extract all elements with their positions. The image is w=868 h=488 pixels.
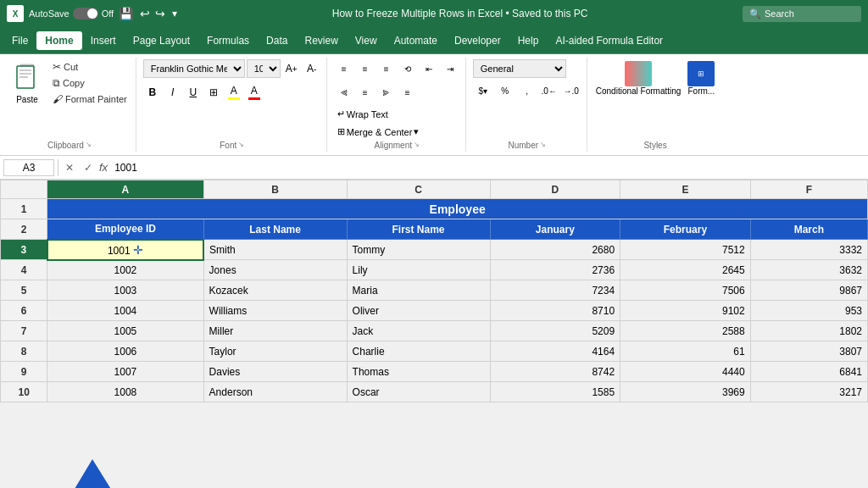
cell-f7[interactable]: 1802 [750,321,867,341]
increase-decimal-button[interactable]: →.0 [561,81,581,100]
bold-button[interactable]: B [143,83,162,102]
cell-e4[interactable]: 2645 [620,260,751,280]
cell-e10[interactable]: 3969 [620,382,751,402]
cancel-formula-icon[interactable]: ✕ [62,160,77,175]
menu-automate[interactable]: Automate [386,31,446,50]
menu-view[interactable]: View [347,31,386,50]
number-format-select[interactable]: General [473,59,566,78]
cell-a3[interactable]: 1001 ✛ [47,240,203,260]
font-decrease-button[interactable]: A- [303,59,321,78]
january-header[interactable]: January [490,219,620,240]
underline-button[interactable]: U [184,83,203,102]
cell-reference-input[interactable]: A3 [3,159,54,176]
row-header-5[interactable]: 5 [1,280,47,301]
cell-c7[interactable]: Jack [347,321,490,341]
menu-data[interactable]: Data [258,31,296,50]
menu-ai-formula[interactable]: AI-aided Formula Editor [547,31,671,50]
cut-button[interactable]: ✂ Cut [49,59,131,75]
copy-button[interactable]: ⧉ Copy [49,75,131,91]
number-expand-icon[interactable]: ↘ [540,141,546,148]
menu-insert[interactable]: Insert [82,31,125,50]
confirm-formula-icon[interactable]: ✓ [81,160,96,175]
row-header-7[interactable]: 7 [1,321,47,341]
fill-color-button[interactable]: A [225,83,243,102]
cell-a6[interactable]: 1004 [47,301,203,321]
font-family-select[interactable]: Franklin Gothic Me... [143,59,245,78]
border-button[interactable]: ⊞ [204,83,223,102]
format-table-button[interactable]: ⊞ Form... [686,59,716,97]
clipboard-expand-icon[interactable]: ↘ [86,141,92,148]
wrap-text-button[interactable]: ↵ Wrap Text [334,107,392,121]
cell-d10[interactable]: 1585 [490,382,620,402]
font-expand-icon[interactable]: ↘ [238,141,244,148]
cell-a5[interactable]: 1003 [47,280,203,301]
cell-f8[interactable]: 3807 [750,341,867,362]
cell-d4[interactable]: 2736 [490,260,620,280]
cell-b5[interactable]: Kozacek [203,280,347,301]
cell-d9[interactable]: 8742 [490,362,620,382]
row-header-10[interactable]: 10 [1,382,47,402]
menu-help[interactable]: Help [509,31,548,50]
menu-file[interactable]: File [3,31,36,50]
cell-d5[interactable]: 7234 [490,280,620,301]
alignment-expand-icon[interactable]: ↘ [414,141,420,148]
comma-button[interactable]: , [517,81,537,100]
cell-c10[interactable]: Oscar [347,382,490,402]
align-top-left-button[interactable]: ≡ [334,59,354,78]
cell-b6[interactable]: Williams [203,301,347,321]
font-color-button[interactable]: A [245,83,264,102]
cell-d7[interactable]: 5209 [490,321,620,341]
cell-b4[interactable]: Jones [203,260,347,280]
cell-d3[interactable]: 2680 [490,240,620,260]
menu-review[interactable]: Review [296,31,346,50]
last-name-header[interactable]: Last Name [203,219,347,240]
cell-b7[interactable]: Miller [203,321,347,341]
row-header-2[interactable]: 2 [1,219,47,240]
col-header-F[interactable]: F [750,180,867,199]
cell-b10[interactable]: Anderson [203,382,347,402]
align-top-right-button[interactable]: ≡ [376,59,397,78]
cell-b3[interactable]: Smith [203,240,347,260]
cell-a4[interactable]: 1002 [47,260,203,280]
conditional-formatting-button[interactable]: Conditional Formatting [594,59,683,97]
percent-button[interactable]: % [495,81,515,100]
redo-button[interactable]: ↪ [153,5,167,22]
align-top-center-button[interactable]: ≡ [355,59,376,78]
cell-a7[interactable]: 1005 [47,321,203,341]
row-header-1[interactable]: 1 [1,199,47,219]
paste-button[interactable]: Paste [8,59,46,108]
row-header-6[interactable]: 6 [1,301,47,321]
menu-home[interactable]: Home [36,31,81,50]
col-header-D[interactable]: D [490,180,620,199]
february-header[interactable]: February [620,219,751,240]
autosave-toggle[interactable] [73,8,98,19]
employee-id-header[interactable]: Employee ID [47,219,203,240]
row-header-3[interactable]: 3 [1,240,47,260]
font-size-select[interactable]: 10 [247,59,281,78]
save-icon[interactable]: 💾 [119,7,133,20]
row-header-4[interactable]: 4 [1,260,47,280]
first-name-header[interactable]: First Name [347,219,490,240]
cell-f5[interactable]: 9867 [750,280,867,301]
cell-c4[interactable]: Lily [347,260,490,280]
undo-button[interactable]: ↩ [138,5,152,22]
col-header-B[interactable]: B [203,180,347,199]
rotate-text-button[interactable]: ⟲ [398,59,418,78]
decrease-decimal-button[interactable]: .0← [539,81,559,100]
cell-c5[interactable]: Maria [347,280,490,301]
font-increase-button[interactable]: A+ [282,59,301,78]
search-box[interactable]: 🔍 Search [743,6,861,22]
currency-button[interactable]: $▾ [473,81,493,100]
cell-e6[interactable]: 9102 [620,301,751,321]
italic-button[interactable]: I [164,83,182,102]
cell-f9[interactable]: 6841 [750,362,867,382]
cell-d6[interactable]: 8710 [490,301,620,321]
align-left-button[interactable]: ⫷ [334,83,354,102]
cell-b9[interactable]: Davies [203,362,347,382]
cell-c9[interactable]: Thomas [347,362,490,382]
formula-input[interactable]: 1001 [114,162,865,174]
cell-a9[interactable]: 1007 [47,362,203,382]
col-header-A[interactable]: A [47,180,203,199]
increase-indent-button[interactable]: ⇥ [440,59,460,78]
justify-button[interactable]: ≡ [398,83,418,102]
